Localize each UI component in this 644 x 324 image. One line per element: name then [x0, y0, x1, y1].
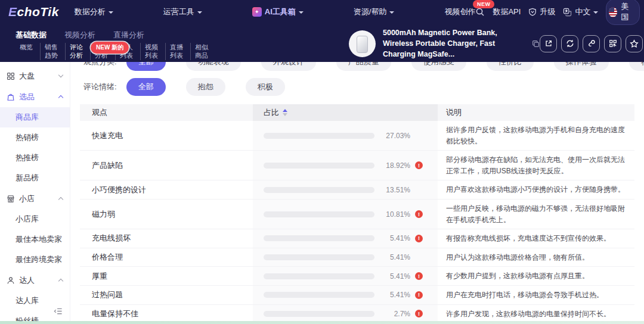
bottom-edge-strip [0, 321, 644, 324]
sidebar-item-热销榜[interactable]: 热销榜 [0, 127, 70, 148]
chevron-down-icon [593, 11, 598, 14]
subtab-视频列表[interactable]: 视频列表 [141, 43, 166, 60]
table-body: 快速充电27.03%据许多用户反馈，这款移动电源为手机和自身充电的速度都比较快。… [80, 121, 634, 324]
ratio-bar-track [264, 235, 374, 241]
sidebar-item-大盘[interactable]: 大盘 [0, 66, 70, 86]
column-header-viewpoint: 观点 [80, 104, 253, 121]
sidebar-item-最佳本地卖家[interactable]: 最佳本地卖家 [0, 229, 70, 250]
subtab-相似商品[interactable]: 相似商品 [191, 43, 216, 60]
sidebar-item-达人[interactable]: 达人 [0, 270, 70, 291]
column-header-description: 说明 [438, 104, 634, 121]
data-api-label: 数据API [493, 7, 521, 17]
nav-menu-item-数据分析[interactable]: 数据分析 [75, 7, 113, 17]
tab-直播分析[interactable]: 直播分析 [113, 30, 144, 40]
sentiment-chip-积极[interactable]: 积极 [246, 78, 285, 96]
viewpoint-cell: 小巧便携的设计 [80, 180, 253, 199]
sidebar-item-热推榜[interactable]: 热推榜 [0, 148, 70, 168]
table-row: 磁力弱10.81%!一些用户反映，移动电源的磁力不够强，无法很好地吸附在手机或手… [80, 200, 634, 229]
link-icon [587, 39, 596, 48]
favorite-star-icon [630, 39, 639, 48]
person-icon [7, 276, 15, 285]
upgrade-link[interactable]: 升级 [528, 7, 555, 17]
copy-icon[interactable] [532, 40, 540, 48]
ratio-bar-track [264, 311, 374, 317]
sidebar-item-选品[interactable]: 选品 [0, 86, 70, 107]
ratio-percent: 2.7% [379, 310, 410, 318]
upgrade-shield-icon [528, 8, 537, 16]
nav-menu-item-视频创作[interactable]: 视频创作NEW [444, 7, 475, 17]
product-image [349, 30, 376, 57]
warning-icon: ! [415, 235, 423, 242]
dashboard-icon [7, 72, 15, 80]
ratio-cell: 13.51% [253, 180, 438, 199]
ratio-cell: 10.81%! [253, 200, 438, 229]
product-action-buttons [540, 35, 643, 52]
sort-desc-icon [283, 113, 287, 116]
search-icon[interactable] [475, 7, 485, 17]
favorite-star-button[interactable] [626, 35, 643, 52]
nav-menu-item-资源/帮助[interactable]: 资源/帮助 [354, 7, 395, 17]
description-cell: 用户认为这款移动电源价格合理，物有所值。 [438, 248, 634, 267]
bag-icon [7, 93, 15, 101]
refresh-button[interactable] [561, 35, 578, 52]
viewpoint-cell: 价格合理 [80, 248, 253, 267]
data-api-link[interactable]: 数据API [493, 7, 521, 17]
nav-menu-item-AI工具箱[interactable]: ✦AI工具箱 [252, 7, 304, 17]
ratio-cell: 5.41%! [253, 267, 438, 285]
echotik-logo[interactable]: EchoTik [8, 5, 59, 19]
ratio-percent: 5.41% [379, 253, 410, 261]
language-switcher[interactable]: 中文 [563, 7, 598, 17]
warning-icon: ! [415, 161, 423, 169]
nav-menu-label: 数据分析 [75, 7, 106, 17]
subtab-概览[interactable]: 概览 [16, 43, 41, 60]
sidebar-item-小店库[interactable]: 小店库 [0, 209, 70, 229]
table-row: 过热问题5.41%!用户在充电时打电话，移动电源会导致手机过热。 [80, 286, 634, 305]
translate-icon [563, 8, 572, 17]
product-title: 5000mAh Magnetic Power Bank, Wireless Po… [383, 27, 525, 60]
subtab-直播列表[interactable]: 直播列表 [166, 43, 191, 60]
product-summary-card: 5000mAh Magnetic Power Bank, Wireless Po… [349, 27, 643, 60]
qr-code-icon [609, 39, 617, 48]
viewpoint-cell: 充电线损坏 [80, 229, 253, 248]
top-navigation-bar: EchoTik 数据分析运营工具✦AI工具箱资源/帮助视频创作NEW 数据API… [0, 0, 644, 62]
sort-asc-icon [283, 109, 287, 112]
table-header-row: 观点 占比 说明 [80, 104, 634, 121]
logo-text: choTik [17, 5, 59, 18]
nav-menu-item-运营工具[interactable]: 运营工具 [163, 7, 202, 17]
viewpoint-cell: 磁力弱 [80, 200, 253, 229]
ratio-bar-track [264, 187, 374, 193]
secondary-nav-row: 基础数据视频分析直播分析 NEW 新的 概览销售趋势评论分析达人分析达人列表视频… [0, 24, 644, 62]
ratio-percent: 27.03% [379, 132, 410, 140]
main-content: 观点分类: 全部功能表现外观设计产品质量使用感受性价比操作体验物流配送 评论情绪… [70, 62, 644, 324]
table-row: 充电线损坏5.41%!有报告称充电线损坏，充电速度达不到宣传的效果。 [80, 229, 634, 248]
chevron-down-icon [58, 73, 63, 77]
description-cell: 一些用户反映，移动电源的磁力不够强，无法很好地吸附在手机或手机壳上。 [438, 200, 634, 229]
sort-control[interactable] [283, 109, 287, 116]
column-header-ratio: 占比 [253, 104, 438, 121]
ai-toolbox-icon: ✦ [252, 7, 262, 17]
sidebar-item-商品库[interactable]: 商品库 [0, 107, 70, 127]
sidebar-item-label: 达人 [19, 275, 35, 286]
sentiment-chip-全部[interactable]: 全部 [126, 78, 166, 96]
tab-基础数据[interactable]: 基础数据 [16, 30, 47, 40]
viewpoint-cell: 电量保持不佳 [80, 305, 253, 323]
region-selector[interactable]: 美国 [606, 0, 640, 25]
sidebar-item-最佳跨境卖家[interactable]: 最佳跨境卖家 [0, 250, 70, 270]
subtab-销售趋势[interactable]: 销售趋势 [41, 43, 66, 60]
tab-视频分析[interactable]: 视频分析 [64, 30, 95, 40]
link-button[interactable] [583, 35, 600, 52]
sidebar-item-新品榜[interactable]: 新品榜 [0, 168, 70, 188]
description-cell: 部分移动电源存在缺陷，如无法充电、使用一次后就无法正常工作，或用USB线连接时无… [438, 151, 634, 180]
sidebar-item-小店[interactable]: 小店 [0, 188, 70, 209]
nav-menu-label: AI工具箱 [265, 7, 296, 17]
collapse-sidebar-icon[interactable] [54, 307, 63, 316]
chevron-up-icon [58, 95, 63, 100]
description-cell: 许多用户发现，这款移动电源的电量保持时间不长。 [438, 305, 634, 323]
sentiment-chip-抱怨[interactable]: 抱怨 [186, 78, 225, 96]
qr-code-button[interactable] [604, 35, 621, 52]
ratio-cell: 5.41%! [253, 229, 438, 248]
open-external-button[interactable] [540, 35, 557, 52]
new-feature-badge: NEW 新的 [91, 42, 129, 54]
subtab-评论分析[interactable]: 评论分析 [66, 43, 91, 60]
ratio-bar-track [264, 273, 374, 279]
